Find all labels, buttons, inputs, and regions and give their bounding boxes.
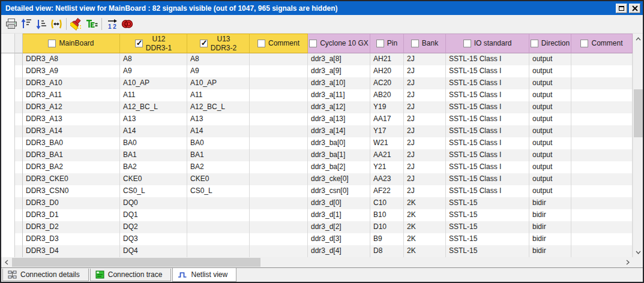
table-cell[interactable] bbox=[250, 53, 308, 65]
table-cell[interactable] bbox=[571, 233, 633, 245]
table-cell[interactable] bbox=[571, 161, 633, 173]
table-cell[interactable]: SSTL-15 Class I bbox=[446, 161, 529, 173]
table-cell[interactable]: BA2 bbox=[187, 161, 250, 173]
table-cell[interactable] bbox=[571, 89, 633, 101]
table-cell[interactable]: output bbox=[529, 89, 571, 101]
table-cell[interactable]: 2K bbox=[404, 209, 446, 221]
table-cell[interactable]: 2K bbox=[404, 245, 446, 257]
table-cell[interactable]: ddr3_d[1] bbox=[308, 209, 370, 221]
table-cell[interactable]: AB20 bbox=[370, 89, 404, 101]
table-cell[interactable]: ddr3_ba[0] bbox=[308, 137, 370, 149]
table-cell[interactable] bbox=[571, 65, 633, 77]
table-cell[interactable]: bidir bbox=[529, 209, 571, 221]
column-header-u12[interactable]: U12DDR3-1 bbox=[120, 34, 187, 53]
table-row[interactable]: DDR3_BA1BA1BA1ddr3_ba[1]AA212JSSTL-15 Cl… bbox=[1, 149, 633, 161]
table-cell[interactable]: A14 bbox=[187, 125, 250, 137]
table-cell[interactable] bbox=[187, 197, 250, 209]
table-cell[interactable]: Y17 bbox=[370, 125, 404, 137]
red-rings-button[interactable] bbox=[119, 17, 134, 32]
table-cell[interactable]: A9 bbox=[187, 65, 250, 77]
table-cell[interactable]: A11 bbox=[187, 89, 250, 101]
table-cell[interactable] bbox=[250, 185, 308, 197]
table-cell[interactable]: 2J bbox=[404, 173, 446, 185]
table-cell[interactable] bbox=[250, 197, 308, 209]
column-checkbox-direction[interactable] bbox=[531, 40, 538, 47]
table-cell[interactable]: SSTL-15 Class I bbox=[446, 113, 529, 125]
table-cell[interactable]: 2J bbox=[404, 65, 446, 77]
table-cell[interactable]: ddr3_a[11] bbox=[308, 89, 370, 101]
table-cell[interactable]: A12_BC_L bbox=[120, 101, 187, 113]
table-cell[interactable]: AA23 bbox=[370, 173, 404, 185]
table-cell[interactable]: DDR3_BA1 bbox=[23, 149, 120, 161]
table-cell[interactable] bbox=[571, 125, 633, 137]
row-selector[interactable] bbox=[15, 125, 23, 137]
table-cell[interactable]: A10_AP bbox=[120, 77, 187, 89]
table-cell[interactable]: A14 bbox=[120, 125, 187, 137]
table-cell[interactable]: DDR3_A10 bbox=[23, 77, 120, 89]
table-row[interactable]: DDR3_BA2BA2BA2ddr3_ba[2]Y212JSSTL-15 Cla… bbox=[1, 161, 633, 173]
table-cell[interactable]: AH21 bbox=[370, 53, 404, 65]
table-cell[interactable]: output bbox=[529, 65, 571, 77]
row-selector[interactable] bbox=[15, 101, 23, 113]
row-selector[interactable] bbox=[15, 113, 23, 125]
table-cell[interactable]: C10 bbox=[370, 197, 404, 209]
table-row[interactable]: DDR3_A9A9A9ddr3_a[9]AH202JSSTL-15 Class … bbox=[1, 65, 633, 77]
column-checkbox-bank[interactable] bbox=[411, 40, 419, 47]
table-cell[interactable]: SSTL-15 Class I bbox=[446, 137, 529, 149]
table-cell[interactable]: ddr3_a[8] bbox=[308, 53, 370, 65]
row-selector[interactable] bbox=[15, 221, 23, 233]
column-header-pin[interactable]: Pin bbox=[370, 34, 404, 53]
table-row[interactable]: DDR3_D2DQ2ddr3_d[2]D102KSSTL-15bidir bbox=[1, 221, 633, 233]
table-cell[interactable] bbox=[250, 89, 308, 101]
table-cell[interactable]: AA21 bbox=[370, 149, 404, 161]
renumber-button[interactable]: 1 2 bbox=[104, 17, 119, 32]
table-cell[interactable]: SSTL-15 bbox=[446, 221, 529, 233]
table-cell[interactable] bbox=[571, 53, 633, 65]
highlight-button[interactable] bbox=[69, 17, 84, 32]
column-header-u13[interactable]: U13DDR3-2 bbox=[187, 34, 250, 53]
table-cell[interactable]: A10_AP bbox=[187, 77, 250, 89]
table-cell[interactable]: bidir bbox=[529, 233, 571, 245]
table-cell[interactable] bbox=[187, 221, 250, 233]
table-cell[interactable]: DDR3_BA0 bbox=[23, 137, 120, 149]
table-row[interactable]: DDR3_D1DQ1ddr3_d[1]B102KSSTL-15bidir bbox=[1, 209, 633, 221]
table-cell[interactable]: 2J bbox=[404, 137, 446, 149]
scroll-down-button[interactable] bbox=[633, 247, 643, 257]
tab-connection-details[interactable]: Connection details bbox=[2, 269, 89, 281]
table-cell[interactable]: 2J bbox=[404, 101, 446, 113]
table-cell[interactable]: BA0 bbox=[120, 137, 187, 149]
tab-netlist-view[interactable]: Netlist view bbox=[172, 268, 236, 282]
table-cell[interactable]: BA0 bbox=[187, 137, 250, 149]
column-header-mainboard[interactable]: MainBoard bbox=[23, 34, 120, 53]
table-cell[interactable]: DDR3_A9 bbox=[23, 65, 120, 77]
table-cell[interactable]: AF22 bbox=[370, 185, 404, 197]
table-cell[interactable]: AA17 bbox=[370, 113, 404, 125]
row-selector[interactable] bbox=[15, 173, 23, 185]
row-selector[interactable] bbox=[15, 209, 23, 221]
table-cell[interactable]: 2K bbox=[404, 233, 446, 245]
table-cell[interactable] bbox=[571, 113, 633, 125]
column-checkbox-comment2[interactable] bbox=[580, 40, 588, 47]
table-cell[interactable]: A9 bbox=[120, 65, 187, 77]
table-cell[interactable]: ddr3_a[12] bbox=[308, 101, 370, 113]
table-cell[interactable]: output bbox=[529, 173, 571, 185]
table-cell[interactable]: SSTL-15 Class I bbox=[446, 65, 529, 77]
table-cell[interactable] bbox=[571, 101, 633, 113]
table-cell[interactable] bbox=[250, 245, 308, 257]
table-row[interactable]: DDR3_A14A14A14ddr3_a[14]Y172JSSTL-15 Cla… bbox=[1, 125, 633, 137]
column-header-iostandard[interactable]: IO standard bbox=[446, 34, 529, 53]
column-header-comment2[interactable]: Comment bbox=[571, 34, 633, 53]
table-cell[interactable] bbox=[187, 209, 250, 221]
table-cell[interactable] bbox=[571, 77, 633, 89]
table-cell[interactable]: ddr3_d[3] bbox=[308, 233, 370, 245]
fit-column-width-button[interactable] bbox=[49, 17, 64, 32]
table-cell[interactable]: DDR3_D3 bbox=[23, 233, 120, 245]
table-cell[interactable]: DDR3_A11 bbox=[23, 89, 120, 101]
table-row[interactable]: DDR3_BA0BA0BA0ddr3_ba[0]W212JSSTL-15 Cla… bbox=[1, 137, 633, 149]
table-cell[interactable]: output bbox=[529, 149, 571, 161]
column-header-cyclone[interactable]: Cyclone 10 GX bbox=[308, 34, 370, 53]
table-cell[interactable] bbox=[250, 113, 308, 125]
table-cell[interactable]: bidir bbox=[529, 221, 571, 233]
table-cell[interactable]: SSTL-15 Class I bbox=[446, 173, 529, 185]
table-cell[interactable] bbox=[571, 149, 633, 161]
